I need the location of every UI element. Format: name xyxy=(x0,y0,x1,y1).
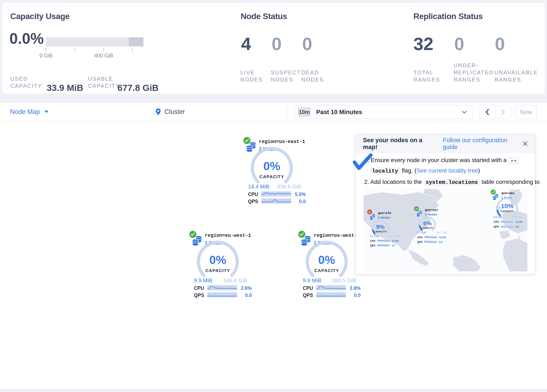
qps-value: 0.0 xyxy=(439,241,443,244)
axis-tick-label: 400 GiB xyxy=(94,53,113,59)
cpu-value: 2.8% xyxy=(350,285,361,291)
node-status-title: Node Status xyxy=(241,12,287,21)
qps-label: QPS xyxy=(248,199,258,204)
step-text: Add locations to the xyxy=(369,179,424,185)
capacity-percent: 0% xyxy=(197,253,239,267)
capacity-usage-title: Capacity Usage xyxy=(10,12,69,21)
cpu-sparkline xyxy=(207,285,237,290)
under-replicated-count: 0 xyxy=(454,34,464,54)
cluster-summary-card: Capacity Usage 0.0% 0 GiB 400 GiB USED C… xyxy=(2,2,545,94)
region-widget-us-west-1[interactable]: region=us-west-1 1 Node 0% CAPACITY 9.6 … xyxy=(298,230,361,302)
usable-value: 35.1 GiB xyxy=(389,234,400,238)
cpu-label: CPU xyxy=(248,192,258,197)
used-capacity-label: USED CAPACITY xyxy=(10,75,42,89)
view-selector-dropdown[interactable]: Node Map xyxy=(10,103,48,121)
qps-sparkline xyxy=(207,292,237,297)
locality-tree-link[interactable]: See current locality tree xyxy=(417,167,478,174)
time-step-forward-button[interactable] xyxy=(495,105,511,119)
setup-step-1: 1. Ensure every node in your cluster was… xyxy=(364,157,519,164)
usable-value: 169.4 GiB xyxy=(223,277,247,284)
cpu-label: CPU xyxy=(417,236,422,239)
geo-widget-ams: geo=ams 1 Node 10% CAPACITY 3.6 GiB 34.4… xyxy=(489,189,527,235)
popup-header: See your nodes on a map! Follow our conf… xyxy=(356,134,535,153)
live-nodes-label: LIVE NODES xyxy=(240,69,263,83)
qps-value: 4.7 xyxy=(392,244,395,247)
step-number: 2. xyxy=(364,179,369,185)
setup-step-2: 2. Add locations to the system.locations… xyxy=(364,179,540,186)
geo-name: geo=nyc xyxy=(425,208,438,212)
total-ranges-label: TOTAL RANGES xyxy=(413,69,440,83)
used-value: 9.6 MiB xyxy=(303,277,321,284)
cpu-label: CPU xyxy=(194,285,204,291)
capacity-caption: CAPACITY xyxy=(372,230,389,233)
cpu-label: CPU xyxy=(494,220,499,223)
dead-nodes-count: 0 xyxy=(302,34,312,54)
suspect-nodes-label: SUSPECT NODES xyxy=(271,69,301,83)
suspect-nodes-count: 0 xyxy=(272,34,282,54)
time-step-buttons xyxy=(479,105,511,119)
map-pin-icon xyxy=(155,108,161,116)
geo-node-count: 2 Nodes xyxy=(378,216,390,219)
geo-widget-sfo: 1 geo=sfo 2 Nodes 9% CAPACITY 3.2 GiB xyxy=(365,208,407,250)
close-icon[interactable] xyxy=(522,141,528,146)
capacity-caption: CAPACITY xyxy=(306,268,348,273)
replication-status-title: Replication Status xyxy=(413,12,483,21)
region-name: region=us-east-1 xyxy=(259,139,305,144)
usable-value: 338.9 GiB xyxy=(277,183,301,190)
qps-label: QPS xyxy=(494,225,499,228)
qps-sparkline xyxy=(316,292,346,297)
live-nodes-count: 4 xyxy=(241,34,251,54)
capacity-percent: 9% xyxy=(372,224,389,230)
popup-title: See your nodes on a map! xyxy=(363,137,437,151)
capacity-caption: CAPACITY xyxy=(498,210,517,213)
chevron-left-icon xyxy=(485,109,490,115)
capacity-percent: 0% xyxy=(306,253,348,267)
toolbar-divider xyxy=(287,105,287,118)
cpu-value: 42.5% xyxy=(439,236,446,239)
time-range-dropdown[interactable]: 10m Past 10 Minutes xyxy=(295,105,473,119)
code-chip: locality xyxy=(370,167,400,175)
cpu-value: 5.5% xyxy=(295,192,306,197)
region-name: region=eu-west-1 xyxy=(205,233,251,238)
breadcrumb[interactable]: Cluster xyxy=(155,103,185,121)
code-chip: system.locations xyxy=(424,179,480,186)
qps-value: 0.0 xyxy=(354,293,361,298)
qps-sparkline xyxy=(501,225,513,228)
capacity-caption: CAPACITY xyxy=(419,227,436,229)
axis-tick-label: 0 GiB xyxy=(40,53,53,59)
geo-widget-nyc: geo=nyc 2 Nodes 6% CAPACITY 3.7 GiB 65.7… xyxy=(412,205,454,247)
now-button[interactable]: Now xyxy=(516,105,537,119)
used-value: 3.2 GiB xyxy=(370,234,379,238)
axis-tick xyxy=(103,48,104,51)
used-value: 9.9 MiB xyxy=(194,277,212,284)
capacity-caption: CAPACITY xyxy=(197,268,239,273)
cpu-label: CPU xyxy=(303,285,313,291)
capacity-percent: 6% xyxy=(419,220,436,227)
breadcrumb-label: Cluster xyxy=(164,108,185,116)
capacity-caption: CAPACITY xyxy=(251,174,293,179)
configuration-guide-link[interactable]: Follow our configuration guide xyxy=(443,137,522,151)
total-ranges-count: 32 xyxy=(413,34,433,54)
geo-name: geo=sfo xyxy=(378,212,391,215)
unavailable-count: 0 xyxy=(495,34,505,54)
used-value: 14.4 MiB xyxy=(248,183,270,190)
cpu-sparkline xyxy=(316,285,346,290)
time-step-back-button[interactable] xyxy=(479,105,495,119)
qps-sparkline xyxy=(424,241,437,243)
usable-capacity-value: 677.8 GiB xyxy=(117,83,158,93)
cpu-sparkline xyxy=(501,220,513,223)
qps-value: 0.0 xyxy=(515,225,519,228)
region-widget-us-east-1[interactable]: region=us-east-1 2 Nodes 0% CAPACITY 14.… xyxy=(243,137,306,208)
view-selector-label: Node Map xyxy=(10,108,40,116)
cpu-sparkline xyxy=(377,240,390,242)
cpu-value: 2.6% xyxy=(241,285,252,291)
capacity-percent: 10% xyxy=(498,202,517,210)
region-widget-eu-west-1[interactable]: region=eu-west-1 1 Node 0% CAPACITY 9.9 … xyxy=(189,230,252,302)
qps-sparkline xyxy=(261,199,291,204)
qps-label: QPS xyxy=(194,293,204,298)
usable-value: 65.7 GiB xyxy=(437,231,447,234)
axis-tick xyxy=(75,48,75,51)
example-world-map: 1 geo=sfo 2 Nodes 9% CAPACITY 3.2 GiB xyxy=(363,188,527,272)
time-range-label: Past 10 Minutes xyxy=(316,109,362,116)
step-text: flag. ( xyxy=(400,167,417,174)
